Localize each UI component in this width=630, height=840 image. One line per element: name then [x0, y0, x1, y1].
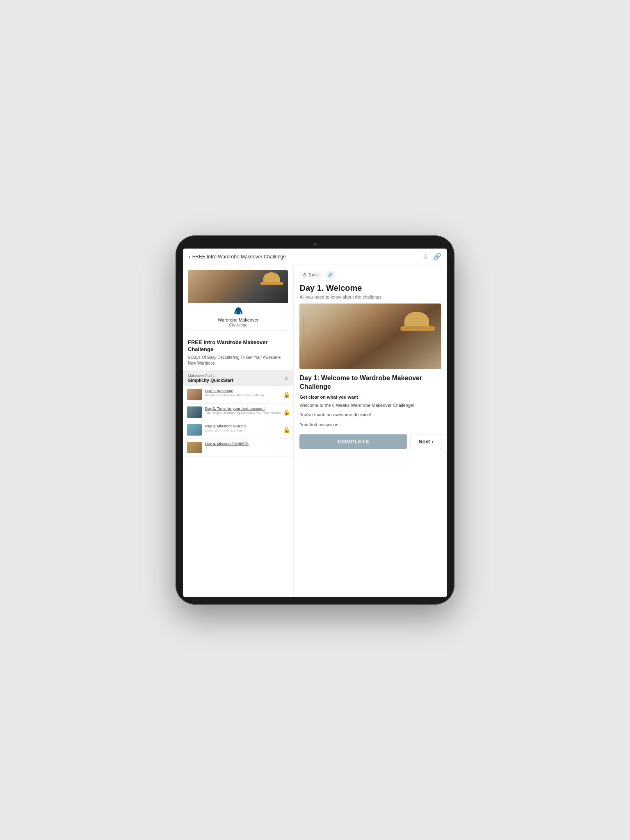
- left-panel: 🧥 Wardrobe Makeover Challenge FREE Intro…: [183, 265, 294, 597]
- lock-icon-3: 🔒: [283, 427, 290, 433]
- lesson-title-3: Day 3. Mission: SKIRTS: [205, 424, 289, 428]
- content-area: 🧥 Wardrobe Makeover Challenge FREE Intro…: [183, 265, 447, 597]
- lesson-title-2: Day 2. Time for your first mission!: [205, 406, 289, 411]
- course-info: FREE Intro Wardrobe Makeover Challenge 5…: [183, 336, 293, 370]
- lesson-subtitle: All you need to know about the challenge: [299, 294, 441, 299]
- lesson-main-heading: Day 1: Welcome to Wardrobe Makeover Chal…: [299, 374, 441, 391]
- list-item[interactable]: Day 4. Mission T-SHIRTS: [183, 439, 293, 457]
- lesson-thumbnail-1: [187, 389, 202, 400]
- lesson-thumbnail-4: [187, 442, 202, 453]
- nav-bar: ‹ FREE Intro Wardrobe Makeover Challenge…: [183, 249, 447, 265]
- thumbnail-title: Wardrobe Makeover: [192, 317, 285, 323]
- tablet-camera: [313, 243, 317, 246]
- course-thumbnail-card: 🧥 Wardrobe Makeover Challenge: [188, 270, 288, 331]
- lesson-info-3: Day 3. Mission: SKIRTS Long, short, midi…: [205, 424, 289, 433]
- module-chevron-icon: ∧: [285, 375, 288, 381]
- tablet-screen: ‹ FREE Intro Wardrobe Makeover Challenge…: [183, 249, 447, 597]
- body-text-3: Your first mission is…: [299, 421, 441, 429]
- thumbnail-text-area: 🧥 Wardrobe Makeover Challenge: [188, 303, 288, 331]
- tablet-frame: ‹ FREE Intro Wardrobe Makeover Challenge…: [176, 235, 454, 605]
- lesson-desc-3: Long, short, midi, summer...: [205, 429, 289, 433]
- lesson-info-1: Day 1. Welcome All you need to know abou…: [205, 389, 289, 397]
- nav-title: FREE Intro Wardrobe Makeover Challenge: [192, 254, 286, 260]
- body-text-1: Welcome to the 6 Weeks Wardrobe Makeover…: [299, 402, 441, 409]
- next-arrow-icon: ›: [432, 438, 434, 445]
- lesson-hero-image: [299, 304, 441, 369]
- back-button[interactable]: ‹ FREE Intro Wardrobe Makeover Challenge: [189, 253, 286, 260]
- thumbnail-subtitle: Challenge: [192, 323, 285, 327]
- lesson-desc-2: The Simple Decluttering Method & Your fi…: [205, 411, 289, 415]
- complete-button[interactable]: COMPLETE: [299, 434, 407, 449]
- clothes-bar-decoration: [304, 316, 304, 361]
- course-title-left: FREE Intro Wardrobe Makeover Challenge: [188, 339, 288, 353]
- time-badge: ⏱ 5 min: [299, 272, 322, 278]
- clock-icon: ⏱: [303, 273, 307, 277]
- list-item[interactable]: Day 2. Time for your first mission! The …: [183, 404, 293, 421]
- lesson-thumbnail-3: [187, 424, 202, 436]
- share-link-icon[interactable]: 🔗: [433, 253, 441, 260]
- lesson-thumbnail-2: [187, 406, 202, 418]
- lock-icon-2: 🔒: [283, 409, 290, 415]
- link-icon-badge[interactable]: 🔗: [325, 270, 335, 280]
- lesson-desc-1: All you need to know about the challenge: [205, 393, 289, 397]
- next-button[interactable]: Next ›: [411, 434, 441, 449]
- lesson-main-title: Day 1. Welcome: [299, 283, 441, 293]
- nav-actions: ☆ 🔗: [422, 253, 441, 260]
- lesson-title-4: Day 4. Mission T-SHIRTS: [205, 442, 289, 446]
- back-arrow-icon: ‹: [189, 253, 191, 260]
- module-section: Makeover Part 1 Simplicity QuickStart ∧ …: [183, 370, 293, 457]
- hero-hat-brim-decoration: [400, 326, 435, 331]
- body-text-2: You've made an awesome decision!: [299, 411, 441, 419]
- lesson-info-2: Day 2. Time for your first mission! The …: [205, 406, 289, 415]
- list-item[interactable]: Day 3. Mission: SKIRTS Long, short, midi…: [183, 421, 293, 439]
- right-panel: ⏱ 5 min 🔗 Day 1. Welcome All you need to…: [294, 265, 447, 597]
- lesson-title-1: Day 1. Welcome: [205, 389, 289, 393]
- lock-icon-1: 🔒: [283, 391, 290, 398]
- time-value: 5 min: [308, 273, 318, 277]
- lesson-info-4: Day 4. Mission T-SHIRTS: [205, 442, 289, 446]
- list-item[interactable]: Day 1. Welcome All you need to know abou…: [183, 386, 293, 404]
- module-label: Makeover Part 1: [188, 374, 285, 378]
- course-description: 5 Days Of Easy Decluttering To Get Your …: [188, 355, 288, 366]
- lesson-list: Day 1. Welcome All you need to know abou…: [183, 386, 293, 457]
- bookmark-icon[interactable]: ☆: [422, 253, 428, 260]
- thumbnail-image: [188, 270, 288, 303]
- action-bar: COMPLETE Next ›: [299, 434, 441, 449]
- meta-row: ⏱ 5 min 🔗: [299, 270, 441, 280]
- module-header-text: Makeover Part 1 Simplicity QuickStart: [188, 374, 285, 383]
- hanger-icon: 🧥: [192, 306, 285, 315]
- hat-brim: [260, 282, 283, 285]
- next-button-label: Next: [418, 438, 430, 445]
- module-name: Simplicity QuickStart: [188, 378, 285, 383]
- lesson-sub-heading: Get clear on what you want: [299, 395, 441, 399]
- module-header[interactable]: Makeover Part 1 Simplicity QuickStart ∧: [183, 370, 293, 386]
